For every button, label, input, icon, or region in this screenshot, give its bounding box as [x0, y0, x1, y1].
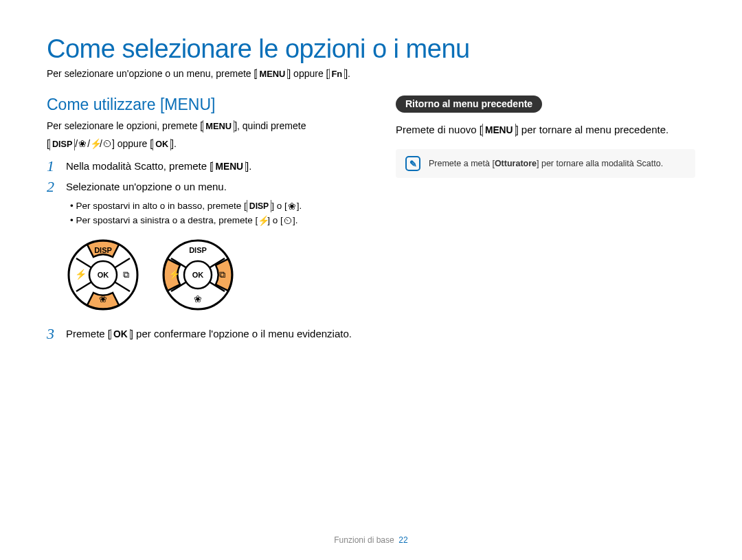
svg-text:OK: OK	[192, 271, 204, 279]
note-box: ✎ Premete a metà [Otturatore] per tornar…	[396, 149, 695, 178]
ok-key: OK	[153, 139, 171, 151]
subsection-pill: Ritorno al menu precedente	[396, 96, 542, 113]
right-column: Ritorno al menu precedente Premete di nu…	[396, 96, 695, 346]
svg-text:❀: ❀	[194, 293, 202, 304]
svg-text:⚡: ⚡	[168, 269, 181, 280]
ok-key: OK	[111, 329, 131, 339]
flash-icon: ⚡	[258, 214, 267, 228]
svg-text:DISP: DISP	[189, 246, 207, 254]
intro-line: Per selezionare un'opzione o un menu, pr…	[47, 68, 695, 79]
bullet-item: Per spostarvi a sinistra o a destra, pre…	[70, 214, 363, 228]
svg-text:⧉: ⧉	[123, 269, 129, 280]
menu-key: MENU	[482, 124, 516, 137]
timer-icon: ⏲	[283, 214, 293, 228]
disp-key: DISP	[49, 139, 75, 151]
macro-icon: ❀	[287, 199, 297, 214]
bullet-item: Per spostarvi in alto o in basso, premet…	[70, 199, 363, 214]
svg-text:⧉: ⧉	[219, 269, 225, 280]
svg-text:DISP: DISP	[94, 246, 112, 254]
note-icon: ✎	[405, 156, 420, 171]
bullet-list: Per spostarvi in alto o in basso, premet…	[70, 199, 363, 228]
note-text: Premete a metà [Otturatore] per tornare …	[429, 159, 663, 168]
svg-text:⚡: ⚡	[75, 269, 87, 280]
menu-key: MENU	[203, 120, 234, 133]
dial-vertical: DISP OK ⚡ ⧉ ❀	[66, 238, 140, 312]
dial-illustrations: DISP OK ⚡ ⧉ ❀	[66, 238, 363, 312]
section-heading: Come utilizzare [MENU]	[47, 96, 363, 114]
timer-icon: ⏲	[102, 137, 112, 151]
fn-key: Fn	[329, 69, 346, 79]
step-3-row: 3 Premete [OK] per confermare l'opzione …	[47, 326, 363, 342]
instruction-line-2: [DISP/❀/⚡/⏲] oppure [OK].	[47, 137, 363, 151]
return-instruction: Premete di nuovo [MENU] per tornare al m…	[396, 122, 695, 137]
menu-key: MENU	[212, 161, 246, 172]
flash-icon: ⚡	[90, 137, 100, 151]
left-column: Come utilizzare [MENU] Per selezionare l…	[47, 96, 363, 346]
menu-key: MENU	[256, 69, 288, 79]
dial-horizontal: DISP OK ⚡ ⧉ ❀	[161, 238, 235, 312]
step-number: 2	[47, 179, 59, 195]
svg-text:❀: ❀	[99, 293, 107, 304]
svg-text:OK: OK	[98, 271, 109, 279]
macro-icon: ❀	[78, 137, 87, 151]
disp-key: DISP	[247, 200, 271, 212]
page-title: Come selezionare le opzioni o i menu	[47, 34, 695, 64]
step-1-row: 1 Nella modalità Scatto, premete [MENU].	[47, 158, 363, 175]
step-number: 3	[47, 326, 59, 342]
instruction-line-1: Per selezionare le opzioni, premete [MEN…	[47, 120, 363, 133]
step-number: 1	[47, 158, 59, 175]
page-footer: Funzioni di base 22	[0, 535, 742, 545]
step-2-row: 2 Selezionate un'opzione o un menu.	[47, 179, 363, 195]
